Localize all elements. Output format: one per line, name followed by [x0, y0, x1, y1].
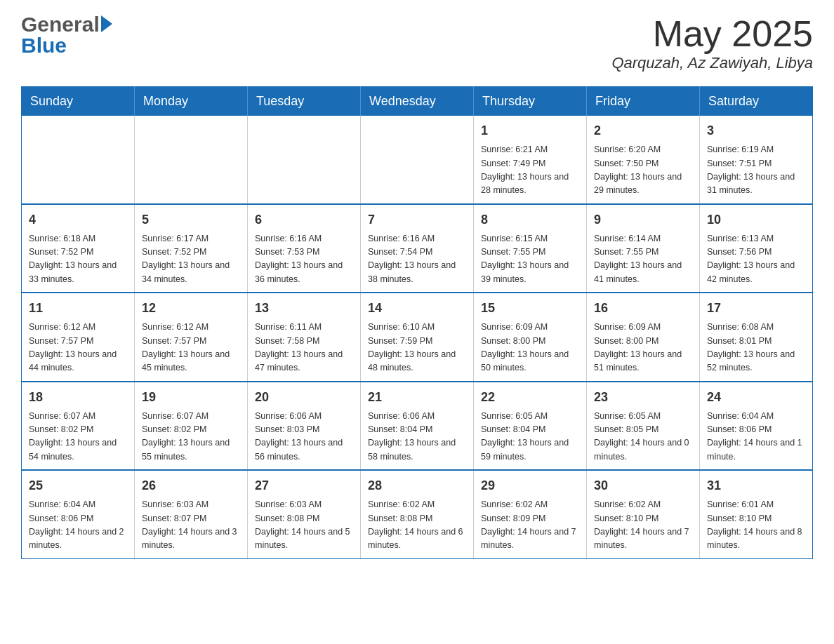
- table-row: 11Sunrise: 6:12 AMSunset: 7:57 PMDayligh…: [22, 293, 135, 382]
- table-row: 29Sunrise: 6:02 AMSunset: 8:09 PMDayligh…: [474, 470, 587, 558]
- header-friday: Friday: [587, 87, 700, 116]
- calendar-week-row: 1Sunrise: 6:21 AMSunset: 7:49 PMDaylight…: [22, 116, 813, 204]
- table-row: 23Sunrise: 6:05 AMSunset: 8:05 PMDayligh…: [587, 382, 700, 471]
- table-row: 12Sunrise: 6:12 AMSunset: 7:57 PMDayligh…: [135, 293, 248, 382]
- table-row: 30Sunrise: 6:02 AMSunset: 8:10 PMDayligh…: [587, 470, 700, 558]
- table-row: 27Sunrise: 6:03 AMSunset: 8:08 PMDayligh…: [248, 470, 361, 558]
- day-number: 16: [594, 299, 692, 318]
- day-number: 30: [594, 476, 692, 495]
- logo-arrow-icon: [101, 15, 112, 32]
- day-number: 12: [142, 299, 240, 318]
- location-subtitle: Qarquzah, Az Zawiyah, Libya: [611, 54, 813, 72]
- table-row: 2Sunrise: 6:20 AMSunset: 7:50 PMDaylight…: [587, 116, 700, 204]
- calendar-table: Sunday Monday Tuesday Wednesday Thursday…: [21, 86, 813, 559]
- table-row: 3Sunrise: 6:19 AMSunset: 7:51 PMDaylight…: [700, 116, 813, 204]
- logo-general-text: General: [21, 14, 100, 35]
- table-row: 20Sunrise: 6:06 AMSunset: 8:03 PMDayligh…: [248, 382, 361, 471]
- day-number: 31: [707, 476, 805, 495]
- day-number: 2: [594, 121, 692, 140]
- day-info: Sunrise: 6:17 AMSunset: 7:52 PMDaylight:…: [142, 232, 240, 287]
- day-info: Sunrise: 6:15 AMSunset: 7:55 PMDaylight:…: [481, 232, 579, 287]
- day-info: Sunrise: 6:06 AMSunset: 8:03 PMDaylight:…: [255, 410, 353, 464]
- day-number: 3: [707, 121, 805, 140]
- day-info: Sunrise: 6:03 AMSunset: 8:07 PMDaylight:…: [142, 498, 240, 553]
- day-number: 7: [368, 210, 466, 229]
- day-info: Sunrise: 6:13 AMSunset: 7:56 PMDaylight:…: [707, 232, 805, 287]
- day-info: Sunrise: 6:20 AMSunset: 7:50 PMDaylight:…: [594, 143, 692, 198]
- day-number: 17: [707, 299, 805, 318]
- calendar-week-row: 11Sunrise: 6:12 AMSunset: 7:57 PMDayligh…: [22, 293, 813, 382]
- day-number: 24: [707, 388, 805, 407]
- page-header: General Blue May 2025 Qarquzah, Az Zawiy…: [21, 14, 813, 72]
- day-number: 9: [594, 210, 692, 229]
- day-info: Sunrise: 6:12 AMSunset: 7:57 PMDaylight:…: [29, 321, 127, 375]
- table-row: 9Sunrise: 6:14 AMSunset: 7:55 PMDaylight…: [587, 204, 700, 293]
- day-info: Sunrise: 6:02 AMSunset: 8:10 PMDaylight:…: [594, 498, 692, 553]
- day-number: 23: [594, 388, 692, 407]
- table-row: [248, 116, 361, 204]
- day-number: 27: [255, 476, 353, 495]
- day-info: Sunrise: 6:06 AMSunset: 8:04 PMDaylight:…: [368, 410, 466, 464]
- day-info: Sunrise: 6:16 AMSunset: 7:54 PMDaylight:…: [368, 232, 466, 287]
- day-number: 26: [142, 476, 240, 495]
- table-row: 4Sunrise: 6:18 AMSunset: 7:52 PMDaylight…: [22, 204, 135, 293]
- day-info: Sunrise: 6:01 AMSunset: 8:10 PMDaylight:…: [707, 498, 805, 553]
- day-number: 5: [142, 210, 240, 229]
- day-info: Sunrise: 6:04 AMSunset: 8:06 PMDaylight:…: [707, 410, 805, 464]
- calendar-week-row: 4Sunrise: 6:18 AMSunset: 7:52 PMDaylight…: [22, 204, 813, 293]
- logo: General Blue: [21, 14, 112, 56]
- table-row: 31Sunrise: 6:01 AMSunset: 8:10 PMDayligh…: [700, 470, 813, 558]
- logo-blue-text: Blue: [21, 35, 112, 56]
- day-info: Sunrise: 6:07 AMSunset: 8:02 PMDaylight:…: [142, 410, 240, 464]
- table-row: [22, 116, 135, 204]
- day-number: 8: [481, 210, 579, 229]
- table-row: 14Sunrise: 6:10 AMSunset: 7:59 PMDayligh…: [361, 293, 474, 382]
- calendar-week-row: 18Sunrise: 6:07 AMSunset: 8:02 PMDayligh…: [22, 382, 813, 471]
- day-number: 1: [481, 121, 579, 140]
- table-row: 22Sunrise: 6:05 AMSunset: 8:04 PMDayligh…: [474, 382, 587, 471]
- table-row: [361, 116, 474, 204]
- table-row: 1Sunrise: 6:21 AMSunset: 7:49 PMDaylight…: [474, 116, 587, 204]
- table-row: 21Sunrise: 6:06 AMSunset: 8:04 PMDayligh…: [361, 382, 474, 471]
- table-row: 7Sunrise: 6:16 AMSunset: 7:54 PMDaylight…: [361, 204, 474, 293]
- day-info: Sunrise: 6:11 AMSunset: 7:58 PMDaylight:…: [255, 321, 353, 375]
- table-row: 10Sunrise: 6:13 AMSunset: 7:56 PMDayligh…: [700, 204, 813, 293]
- table-row: 6Sunrise: 6:16 AMSunset: 7:53 PMDaylight…: [248, 204, 361, 293]
- calendar-header: Sunday Monday Tuesday Wednesday Thursday…: [22, 87, 813, 116]
- day-info: Sunrise: 6:05 AMSunset: 8:04 PMDaylight:…: [481, 410, 579, 464]
- day-number: 6: [255, 210, 353, 229]
- day-info: Sunrise: 6:05 AMSunset: 8:05 PMDaylight:…: [594, 410, 692, 464]
- table-row: 13Sunrise: 6:11 AMSunset: 7:58 PMDayligh…: [248, 293, 361, 382]
- table-row: 25Sunrise: 6:04 AMSunset: 8:06 PMDayligh…: [22, 470, 135, 558]
- table-row: 17Sunrise: 6:08 AMSunset: 8:01 PMDayligh…: [700, 293, 813, 382]
- header-monday: Monday: [135, 87, 248, 116]
- day-info: Sunrise: 6:02 AMSunset: 8:09 PMDaylight:…: [481, 498, 579, 553]
- day-info: Sunrise: 6:21 AMSunset: 7:49 PMDaylight:…: [481, 143, 579, 198]
- day-info: Sunrise: 6:19 AMSunset: 7:51 PMDaylight:…: [707, 143, 805, 198]
- table-row: 5Sunrise: 6:17 AMSunset: 7:52 PMDaylight…: [135, 204, 248, 293]
- table-row: 16Sunrise: 6:09 AMSunset: 8:00 PMDayligh…: [587, 293, 700, 382]
- day-info: Sunrise: 6:09 AMSunset: 8:00 PMDaylight:…: [481, 321, 579, 375]
- day-info: Sunrise: 6:08 AMSunset: 8:01 PMDaylight:…: [707, 321, 805, 375]
- day-number: 29: [481, 476, 579, 495]
- day-number: 19: [142, 388, 240, 407]
- day-number: 11: [29, 299, 127, 318]
- title-section: May 2025 Qarquzah, Az Zawiyah, Libya: [611, 14, 813, 72]
- day-info: Sunrise: 6:07 AMSunset: 8:02 PMDaylight:…: [29, 410, 127, 464]
- day-number: 25: [29, 476, 127, 495]
- day-info: Sunrise: 6:12 AMSunset: 7:57 PMDaylight:…: [142, 321, 240, 375]
- day-number: 18: [29, 388, 127, 407]
- calendar-week-row: 25Sunrise: 6:04 AMSunset: 8:06 PMDayligh…: [22, 470, 813, 558]
- table-row: 26Sunrise: 6:03 AMSunset: 8:07 PMDayligh…: [135, 470, 248, 558]
- table-row: 18Sunrise: 6:07 AMSunset: 8:02 PMDayligh…: [22, 382, 135, 471]
- day-number: 21: [368, 388, 466, 407]
- day-number: 15: [481, 299, 579, 318]
- day-info: Sunrise: 6:14 AMSunset: 7:55 PMDaylight:…: [594, 232, 692, 287]
- header-tuesday: Tuesday: [248, 87, 361, 116]
- day-number: 28: [368, 476, 466, 495]
- day-info: Sunrise: 6:04 AMSunset: 8:06 PMDaylight:…: [29, 498, 127, 553]
- table-row: [135, 116, 248, 204]
- header-wednesday: Wednesday: [361, 87, 474, 116]
- header-sunday: Sunday: [22, 87, 135, 116]
- day-number: 10: [707, 210, 805, 229]
